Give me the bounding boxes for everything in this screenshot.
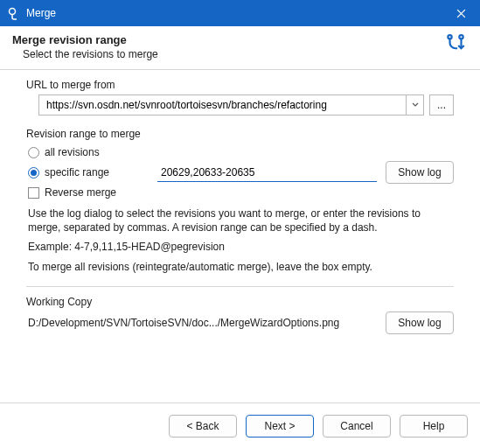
revision-range-input[interactable] — [157, 163, 377, 182]
radio-specific-range[interactable]: specific range — [26, 164, 131, 181]
wizard-footer: < Back Next > Cancel Help — [0, 402, 480, 448]
show-log-button-wc[interactable]: Show log — [386, 312, 454, 334]
url-combo[interactable] — [38, 94, 424, 116]
window-title: Merge — [26, 7, 442, 19]
header-title: Merge revision range — [12, 33, 443, 46]
back-button[interactable]: < Back — [169, 415, 237, 438]
radio-all-revisions[interactable]: all revisions — [26, 144, 454, 161]
url-input[interactable] — [39, 95, 406, 115]
titlebar: Merge — [0, 0, 480, 26]
show-log-button-revisions[interactable]: Show log — [386, 161, 454, 184]
merge-icon — [443, 33, 468, 58]
wc-path: D:/Development/SVN/TortoiseSVN/doc.../Me… — [28, 317, 377, 329]
help-button[interactable]: Help — [400, 415, 468, 438]
url-label: URL to merge from — [26, 79, 454, 91]
revision-group: Revision range to merge all revisions sp… — [26, 128, 454, 274]
app-icon — [7, 6, 21, 20]
revision-label: Revision range to merge — [26, 128, 454, 140]
cancel-button[interactable]: Cancel — [323, 415, 391, 438]
separator — [26, 286, 454, 287]
browse-button[interactable]: ... — [429, 94, 454, 116]
radio-specific-label: specific range — [45, 166, 109, 178]
reverse-merge-checkbox[interactable]: Reverse merge — [26, 184, 454, 201]
radio-all-label: all revisions — [45, 146, 100, 158]
header-subtitle: Select the revisions to merge — [23, 48, 443, 60]
working-copy-group: Working Copy D:/Development/SVN/Tortoise… — [26, 296, 454, 334]
radio-icon — [28, 147, 39, 158]
url-group: URL to merge from ... — [26, 79, 454, 116]
wc-label: Working Copy — [26, 296, 454, 308]
svg-point-2 — [459, 35, 463, 38]
radio-icon — [28, 167, 39, 178]
next-button[interactable]: Next > — [246, 415, 314, 438]
help-text-3: To merge all revisions (reintegrate/auto… — [28, 260, 454, 274]
checkbox-icon — [28, 187, 39, 199]
help-text-1: Use the log dialog to select the revisio… — [28, 206, 454, 234]
svg-point-1 — [448, 35, 451, 38]
reverse-merge-label: Reverse merge — [45, 186, 116, 199]
svg-point-0 — [10, 9, 16, 15]
help-text-2: Example: 4-7,9,11,15-HEAD@pegrevision — [28, 240, 454, 254]
url-dropdown-button[interactable] — [406, 95, 423, 115]
close-button[interactable] — [442, 0, 480, 26]
wizard-header: Merge revision range Select the revision… — [0, 26, 480, 70]
